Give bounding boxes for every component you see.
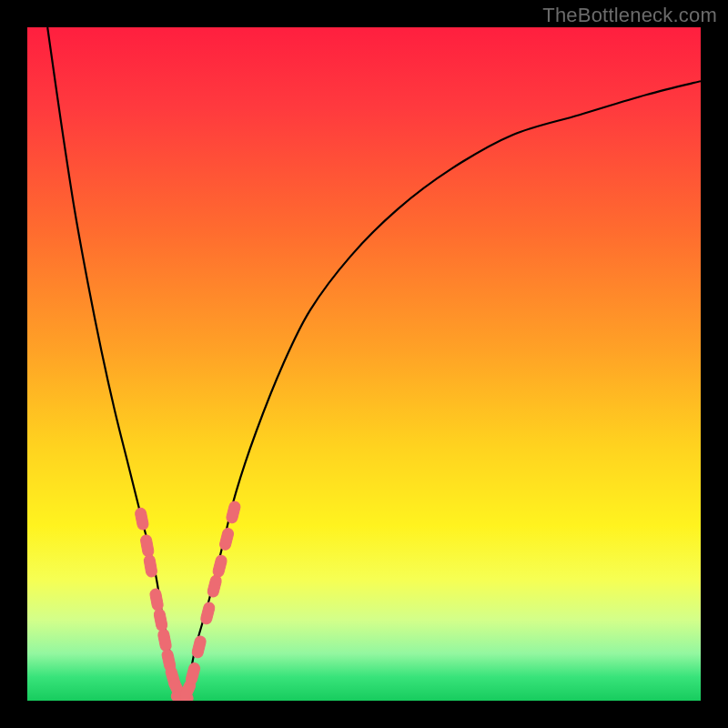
data-marker xyxy=(185,662,201,685)
data-marker xyxy=(212,554,228,578)
marker-group xyxy=(135,500,242,701)
data-marker xyxy=(157,628,172,652)
data-marker xyxy=(200,602,217,625)
chart-svg xyxy=(27,27,701,701)
data-marker xyxy=(153,608,167,632)
data-marker xyxy=(140,534,155,558)
data-marker xyxy=(135,507,149,531)
data-marker xyxy=(218,527,234,551)
chart-frame xyxy=(27,27,701,701)
data-marker xyxy=(143,554,157,578)
plot-area xyxy=(27,27,701,701)
bottleneck-curve xyxy=(47,27,701,701)
data-marker xyxy=(191,635,207,659)
data-marker xyxy=(226,500,241,524)
watermark-text: TheBottleneck.com xyxy=(542,4,717,27)
data-marker xyxy=(149,588,164,612)
data-marker xyxy=(207,574,223,598)
